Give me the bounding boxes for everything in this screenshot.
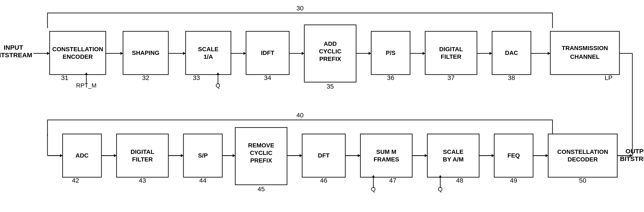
block-48-text2: BY A/M <box>443 156 464 163</box>
num-35: 35 <box>326 83 334 90</box>
block-38-text: DAC <box>505 50 518 56</box>
block-lp <box>550 31 620 75</box>
block-lp-text2: CHANNEL <box>570 53 600 60</box>
block-48-text1: SCALE <box>443 148 464 155</box>
arrowhead-49-50 <box>546 154 548 157</box>
num-47: 47 <box>389 177 396 184</box>
block-50-text1: CONSTELLATION <box>557 148 608 155</box>
arrowhead-45-46 <box>300 154 302 157</box>
top-bracket <box>48 13 552 28</box>
block-32-text: SHAPING <box>132 50 160 56</box>
arrowhead-48-49 <box>492 154 494 157</box>
block-47-text2: FRAMES <box>374 156 399 163</box>
num-48: 48 <box>456 177 463 184</box>
arrowhead-37-38 <box>490 52 492 55</box>
arrowhead-32-33 <box>183 52 186 55</box>
arrowhead-42-43 <box>114 154 116 157</box>
block-42-text: ADC <box>76 152 89 159</box>
arrowhead-38-tx <box>548 52 550 55</box>
num-33: 33 <box>193 74 200 81</box>
block-47 <box>360 134 412 177</box>
block-48 <box>427 134 479 177</box>
block-50 <box>548 134 617 177</box>
top-bracket-label: 30 <box>296 5 304 12</box>
block-43-text2: FILTER <box>132 156 153 163</box>
block-37 <box>425 31 477 75</box>
block-36-text: P/S <box>386 50 396 56</box>
arrowhead-36-37 <box>422 52 425 55</box>
output-bitstream-label1: OUTPUT <box>626 148 644 155</box>
num-37: 37 <box>448 74 454 81</box>
block-46-text: DFT <box>318 152 330 159</box>
output-bitstream-label2: BITSTREAM <box>620 155 644 162</box>
num-44: 44 <box>199 177 206 184</box>
num-46: 46 <box>320 177 327 184</box>
num-lp: LP <box>605 74 613 81</box>
arrowhead-input-31 <box>47 52 50 55</box>
block-43-text1: DIGITAL <box>130 148 154 155</box>
bottom-bracket-label: 40 <box>296 112 304 119</box>
block-45-text2: CYCLIC <box>250 149 272 156</box>
block-45-text3: PREFIX <box>250 157 272 164</box>
arrowhead-44-45 <box>233 154 235 157</box>
num-50: 50 <box>579 177 586 184</box>
num-32: 32 <box>142 74 149 81</box>
block-49-text: FEQ <box>508 152 520 159</box>
arrowhead-47-48 <box>425 154 427 157</box>
block-50-text2: DECODER <box>568 156 598 163</box>
num-31: 31 <box>61 74 68 81</box>
num-34: 34 <box>264 74 271 81</box>
block-31-text1: CONSTELLATION <box>52 46 103 53</box>
input-bitstream-label2: BITSTREAM <box>0 51 32 59</box>
block-37-text2: FILTER <box>441 53 462 60</box>
arrowhead-33-34 <box>244 52 246 55</box>
block-33 <box>186 31 231 75</box>
diagram-container: 30 INPUT BITSTREAM CONSTELLATION ENCODER… <box>0 0 644 212</box>
block-44-text: S/P <box>198 152 208 159</box>
block-35-text1: ADD <box>324 40 337 47</box>
arrowhead-43-44 <box>181 154 184 157</box>
block-31-text2: ENCODER <box>62 53 93 60</box>
block-47-text1: SUM M <box>376 148 396 155</box>
num-45: 45 <box>258 185 264 192</box>
block-35-text3: PREFIX <box>319 56 341 62</box>
arrowhead-31-32 <box>120 52 123 55</box>
block-33-text1: SCALE <box>198 46 218 53</box>
block-37-text1: DIGITAL <box>439 46 463 53</box>
block-45-text1: REMOVE <box>248 142 274 149</box>
arrowhead-46-47 <box>358 154 360 157</box>
block-lp-text1: TRANSMISSION <box>562 45 608 51</box>
arrowhead-34-35 <box>302 52 304 55</box>
num-42: 42 <box>72 177 79 184</box>
arrowhead-to-42 <box>60 154 62 157</box>
block-35-text2: CYCLIC <box>319 48 342 55</box>
num-43: 43 <box>139 177 146 184</box>
block-33-text2: 1/A <box>204 53 213 60</box>
block-43 <box>116 134 168 177</box>
arrowhead-35-36 <box>368 52 371 55</box>
block-34-text: IDFT <box>261 50 274 56</box>
num-36: 36 <box>387 74 394 81</box>
input-bitstream-label: INPUT <box>4 44 23 51</box>
num-49: 49 <box>510 177 517 184</box>
num-38: 38 <box>508 74 515 81</box>
block-31 <box>50 31 106 75</box>
